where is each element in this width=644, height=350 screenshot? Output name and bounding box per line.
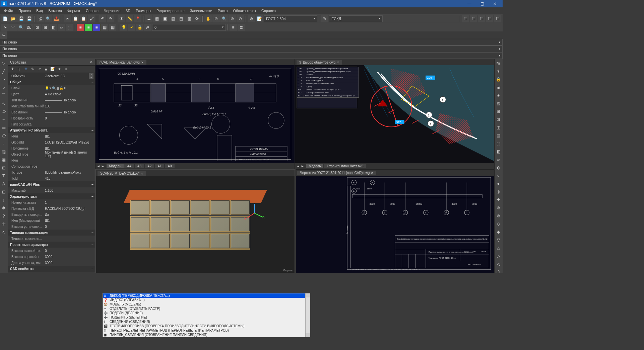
insert-icon[interactable]: ↓ [0,196,7,203]
t2-icon-1[interactable]: ☀ [1,24,9,31]
cloud-icon[interactable]: ☁ [145,15,152,22]
undo-icon[interactable]: ↶ [99,15,106,22]
r-icon-9[interactable]: ◫ [495,124,502,131]
t2-icon-8[interactable]: ▱ [58,24,65,31]
props-section[interactable]: Атрибуты IFC объекта− [8,127,95,133]
menu-размеры[interactable]: Размеры [133,8,154,13]
menu-3d[interactable]: 3D [123,8,133,13]
form5-icon[interactable]: ▥ [185,15,193,22]
props-tb-2[interactable]: T [16,66,22,72]
orbit-icon[interactable]: ⊛ [248,15,255,22]
form3-icon[interactable]: ▧ [169,15,177,22]
block-icon[interactable]: ⊡ [0,188,7,195]
form-icon[interactable]: ▦ [153,15,160,22]
menu-правка[interactable]: Правка [16,8,34,13]
props-row[interactable]: Цвет■ По слою [8,91,95,97]
zoomwin-icon[interactable]: 🔍 [220,15,228,22]
props-row[interactable]: Гиперссылка [8,121,95,127]
props-section[interactable]: Общие− [8,79,95,85]
t2-color-1[interactable]: ■ [77,24,84,31]
win2-icon[interactable]: ☐ [470,15,477,22]
v1-canvas[interactable]: 00 620 12HH А Б Г В Д √6.3 (√) 22 38 0.0… [95,65,295,163]
cursor-icon[interactable]: ✛ [0,220,7,228]
pencil-icon[interactable]: ✎ [321,15,328,22]
t2-icon-5[interactable]: ⊠ [34,24,41,31]
props-tb-1[interactable]: ✛ [9,66,15,72]
tab-nav-icons[interactable]: ◄ ► [297,164,304,168]
r-icon-16[interactable]: ● [495,180,502,187]
menu-редактирование[interactable]: Редактирование [154,8,187,13]
r-icon-26[interactable]: ◁ [495,260,502,268]
v3-tab-close-icon[interactable]: ✕ [141,172,143,175]
font-dropdown[interactable]: ГОСТ 2.304 [264,15,317,22]
props-tb-3[interactable]: ✚ [23,66,29,72]
props-row[interactable]: Типовая комплект... [8,236,95,242]
r-icon-6[interactable]: ▨ [495,100,502,107]
r-icon-18[interactable]: ✚ [495,196,502,203]
r-icon-27[interactable]: ⬡ [495,268,502,273]
rect-icon[interactable]: ▭ [0,124,7,131]
menu-черчение[interactable]: Черчение [101,8,123,13]
props-section[interactable]: Проектные параметры− [8,242,95,248]
minimize-button[interactable]: — [463,0,476,7]
properties-body[interactable]: Общие−Слой💡☀🔍🖨🔒 0Цвет■ По слоюТип линий—… [8,79,95,273]
r-icon-11[interactable]: ⬚ [495,140,502,147]
mtext-icon[interactable]: A [0,180,7,187]
props-row[interactable]: IfcTypeIfcBuildingElementProxy [8,169,95,175]
r-icon-21[interactable]: ◇ [495,220,502,228]
t2-color-4[interactable]: ▦ [101,24,108,31]
viewport-bottom-tab[interactable]: Модель [306,164,324,168]
r-icon-5[interactable]: ◈ [495,92,502,99]
ellipse-icon[interactable]: ⬭ [0,108,7,115]
win3-icon[interactable]: ☐ [478,15,485,22]
props-row[interactable]: ObjectTypeМонтажный шкаф (Панели 19") [8,151,95,157]
props-section[interactable]: Характеристики− [8,193,95,199]
save-all-icon[interactable]: 💾 [25,15,33,22]
linetype-dropdown[interactable]: По слою [0,46,503,52]
props-row[interactable]: Слой💡☀🔍🖨🔒 0 [8,85,95,91]
menu-формат[interactable]: Формат [65,8,83,13]
r-icon-15[interactable]: ○ [495,172,502,179]
props-row[interactable]: ИмяШ1 [8,133,95,139]
menu-вид[interactable]: Вид [34,8,46,13]
menu-сервис[interactable]: Сервис [83,8,101,13]
props-tb-4[interactable]: ✎ [29,66,36,72]
standard-dropdown[interactable]: ЕСКД [329,15,383,22]
layer-lock-icon[interactable]: 🔒 [136,24,143,31]
t2-icon-2[interactable]: 〰 [9,24,17,31]
props-row[interactable]: Имя [8,157,95,163]
objects-value[interactable]: Элемент IFC [45,74,89,78]
props-row[interactable]: Масштаб1:100 [8,187,95,193]
v1-tab[interactable]: nCAD Механика. Вал.dwg✕ [97,60,146,65]
layer-sun-icon[interactable]: ☀ [128,24,135,31]
ruler-icon[interactable]: 📏 [126,15,133,22]
viewport-bottom-tab[interactable]: A3 [135,164,144,168]
new-icon[interactable]: 📄 [1,15,9,22]
save-icon[interactable]: 💾 [17,15,25,22]
lineweight-dropdown[interactable]: По слою [0,52,503,59]
star-icon[interactable]: ✱ [0,204,7,211]
region-icon[interactable]: ▦ [0,156,7,163]
props-tb-7[interactable]: 📝 [50,66,56,72]
maximize-button[interactable]: ▢ [476,0,489,7]
wave-icon[interactable]: ∿ [0,228,7,236]
props-row[interactable]: Высота установки...0 [8,224,95,230]
pointer-icon[interactable]: ▷ [0,60,7,67]
polyline-icon[interactable]: 〰 [0,76,7,83]
line-icon[interactable]: ╱ [0,68,7,75]
preview-icon[interactable]: 🔍 [45,15,52,22]
r-icon-20[interactable]: ⊗ [495,212,502,220]
format-paint-icon[interactable]: 🖌 [88,15,95,22]
v4-tab[interactable]: Чертеж из ГОСТ 21.501-2011 (nanoCAD).dwg… [297,171,376,175]
cut-icon[interactable]: ✂ [64,15,71,22]
props-row[interactable]: Выводить в специ...Да [8,211,95,217]
r-icon-17[interactable]: ◎ [495,188,502,195]
t2-color-2[interactable]: ■ [85,24,92,31]
tab-nav-icons[interactable]: ◄ ► [97,164,105,168]
viewport-bottom-tab[interactable]: A4 [124,164,134,168]
object-nav-down-icon[interactable]: ▼ [89,76,93,79]
hatch-icon[interactable]: ▨ [0,148,7,155]
t2-icon-4[interactable]: ⌧ [25,24,33,31]
point-icon[interactable]: · [0,140,7,147]
props-row[interactable]: IfcId415 [8,175,95,181]
